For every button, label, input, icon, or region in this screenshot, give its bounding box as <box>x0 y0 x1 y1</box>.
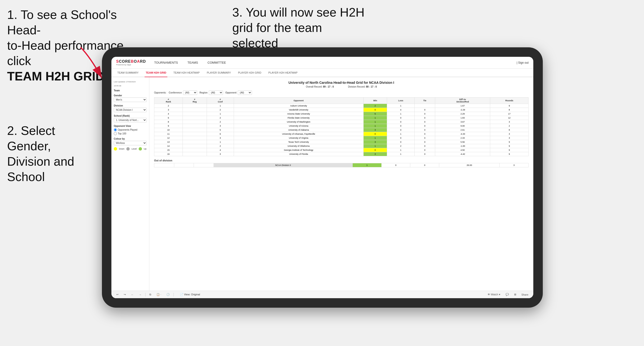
copy-button[interactable]: ⧉ <box>148 293 153 297</box>
subnav-player-h2h-grid[interactable]: PLAYER H2H GRID <box>237 69 262 77</box>
conference-filter-select[interactable]: (All) <box>183 90 197 95</box>
legend-down-label: Down <box>119 148 124 150</box>
division-select[interactable]: NCAA Division I <box>114 108 147 112</box>
region-filter-select[interactable]: (All) <box>209 90 223 95</box>
colour-by-select[interactable]: Win/loss <box>114 141 147 145</box>
cell-name: Arizona State University <box>234 112 363 116</box>
cell-rounds: 17 <box>490 112 528 116</box>
gender-label: Gender <box>114 94 147 97</box>
cell-tie: 0 <box>414 136 435 140</box>
ood-conf <box>194 163 214 167</box>
cell-diff: 3.67 <box>435 120 490 124</box>
cell-win: 3 <box>363 140 387 144</box>
comment-button[interactable]: 💬 <box>504 293 510 297</box>
table-row: 13 1 Texas Tech University 3 0 0 5.56 9 <box>154 140 528 144</box>
cell-tie: 0 <box>414 152 435 156</box>
opponent-view-radio-group: Opponents Played Top 100 <box>114 128 147 135</box>
col-reg: #Reg <box>182 98 207 104</box>
cell-reg <box>182 152 207 156</box>
col-diff: Diff AvStrokes/Rnd <box>435 98 490 104</box>
instruction-step3: 3. You will now see H2H grid for the tea… <box>232 5 365 51</box>
cell-rounds: 12 <box>490 116 528 120</box>
cell-rank: 16 <box>154 152 183 156</box>
cell-conf: 2 <box>207 116 234 120</box>
undo-button[interactable]: ↩ <box>115 293 120 297</box>
ood-name: NCAA Division II <box>214 163 352 167</box>
overall-record: Overall Record: 89 - 17 - 0 <box>306 85 334 88</box>
cell-diff: 9.00 <box>435 124 490 128</box>
grid-button[interactable]: ⊞ <box>513 293 518 297</box>
paste-button[interactable]: 📋 · <box>155 293 162 297</box>
bottom-toolbar: ↩ ↪ ← → ⧉ 📋 · 🕐 📄 View: Original 👁 Watch… <box>112 291 533 298</box>
cell-tie: 0 <box>414 140 435 144</box>
opponent-filter-select[interactable]: (All) <box>238 90 252 95</box>
region-filter-group: Region (All) <box>200 90 223 95</box>
cell-tie: 0 <box>414 124 435 128</box>
cell-diff: 2.61 <box>435 128 490 132</box>
school-select[interactable]: 1. University of Nort... <box>114 118 147 122</box>
ood-loss: 0 <box>382 163 410 167</box>
cell-diff: 1.67 <box>435 104 490 108</box>
clock-button[interactable]: 🕐 <box>165 293 171 297</box>
subnav-player-h2h-heatmap[interactable]: PLAYER H2H HEATMAP <box>267 69 299 77</box>
out-of-division-table: NCAA Division II 1 0 0 26.00 3 <box>154 163 528 167</box>
nav-tournaments[interactable]: TOURNAMENTS <box>153 57 179 69</box>
back-button[interactable]: ← <box>130 293 135 297</box>
cell-reg <box>182 140 207 144</box>
cell-rank: 11 <box>154 132 183 136</box>
cell-conf: 3 <box>207 136 234 140</box>
subnav-team-h2h-grid[interactable]: TEAM H2H GRID <box>144 69 168 77</box>
view-original-button[interactable]: 📄 View: Original <box>178 293 202 297</box>
table-row: 10 5 University of Alabama 3 0 0 2.61 8 <box>154 128 528 132</box>
team-label: Team <box>114 89 147 92</box>
legend-level-label: Level <box>132 148 137 150</box>
table-row: 15 4 Georgia Institute of Technology 0 1… <box>154 148 528 152</box>
sidebar-division-section: Division NCAA Division I <box>114 104 147 112</box>
cell-name: University of Virginia <box>234 136 363 140</box>
cell-loss: 0 <box>387 124 414 128</box>
h2h-table: #Rank #Reg #Conf Opponent Win Loss Tie D… <box>154 97 528 156</box>
cell-name: University of Florida <box>234 152 363 156</box>
cell-rounds: 3 <box>490 120 528 124</box>
share-button[interactable]: Share <box>520 293 530 297</box>
nav-committee[interactable]: COMMITTEE <box>206 57 227 69</box>
cell-rounds: 3 <box>490 136 528 140</box>
cell-win: 5 <box>363 112 387 116</box>
cell-loss: 0 <box>387 136 414 140</box>
cell-win: 1 <box>363 124 387 128</box>
tablet-device: SCOREBOARD Powered by clippi TOURNAMENTS… <box>102 47 543 308</box>
out-of-division-row: NCAA Division II 1 0 0 26.00 3 <box>154 163 528 167</box>
subnav-team-summary[interactable]: TEAM SUMMARY <box>116 69 140 77</box>
cell-name: Georgia Institute of Technology <box>234 148 363 152</box>
data-area: University of North Carolina Head-to-Hea… <box>149 77 533 291</box>
subnav-player-summary[interactable]: PLAYER SUMMARY <box>206 69 232 77</box>
col-conf: #Conf <box>207 98 234 104</box>
cell-rank: 12 <box>154 136 183 140</box>
radio-opponents-played[interactable]: Opponents Played <box>114 128 147 131</box>
col-rank: #Rank <box>154 98 183 104</box>
col-win: Win <box>363 98 387 104</box>
cell-rounds: 9 <box>490 152 528 156</box>
toolbar-divider-1 <box>145 293 146 297</box>
cell-reg <box>182 124 207 128</box>
filter-row: Opponents: Conference (All) Region (All) <box>154 90 528 95</box>
forward-button[interactable]: → <box>138 293 143 297</box>
toolbar-right-actions: 👁 Watch ▾ 💬 ⊞ Share <box>486 293 530 297</box>
cell-rank: 8 <box>154 120 183 124</box>
cell-name: Vanderbilt University <box>234 108 363 112</box>
cell-rounds: 9 <box>490 104 528 108</box>
gender-select[interactable]: Men's <box>114 98 147 102</box>
radio-top100[interactable]: Top 100 <box>114 132 147 135</box>
nav-teams[interactable]: TEAMS <box>186 57 199 69</box>
table-row: 2 1 Auburn University 2 1 1.67 9 <box>154 104 528 108</box>
subnav-team-h2h-heatmap[interactable]: TEAM H2H HEATMAP <box>172 69 201 77</box>
cell-name: Florida State University <box>234 116 363 120</box>
redo-button[interactable]: ↪ <box>122 293 127 297</box>
sign-out-button[interactable]: | Sign out <box>517 61 528 64</box>
table-row: 9 3 University of Arizona 1 0 0 9.00 2 <box>154 124 528 128</box>
table-row: 14 2 University of Oklahoma 1 2 0 -1.00 … <box>154 144 528 148</box>
cell-tie: 0 <box>414 116 435 120</box>
cell-reg <box>182 136 207 140</box>
watch-button[interactable]: 👁 Watch ▾ <box>486 293 502 297</box>
sidebar-opponent-view-section: Opponent View Opponents Played Top 100 <box>114 125 147 135</box>
